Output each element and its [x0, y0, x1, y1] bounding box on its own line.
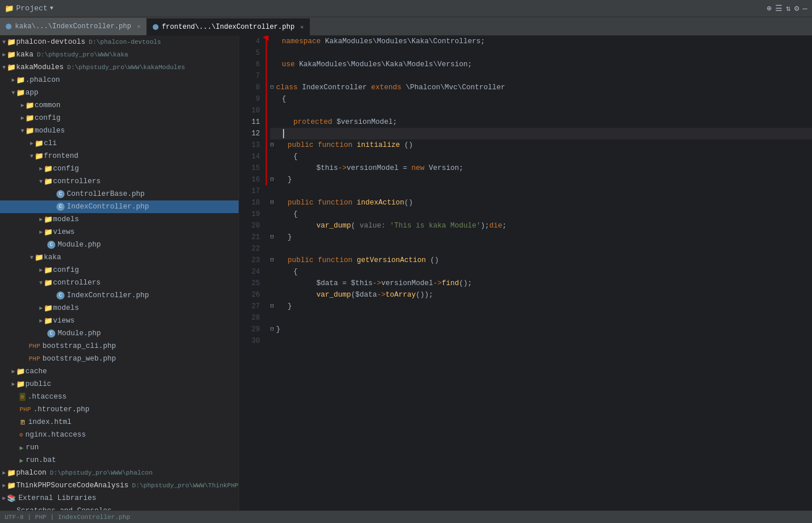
item-label: models: [53, 304, 79, 312]
code-line-26: var_dump($data->toArray());: [270, 289, 812, 301]
sidebar-item-module-frontend[interactable]: C Module.php: [0, 238, 239, 251]
sidebar-item-config-app[interactable]: ► 📁 config: [0, 112, 239, 124]
ln-14: 14: [239, 151, 260, 162]
code-line-14: {: [270, 151, 812, 162]
fold-icon-21[interactable]: ⊟: [270, 232, 274, 243]
sidebar-item-run-bat[interactable]: ▶ run.bat: [0, 454, 239, 467]
ln-20: 20: [239, 220, 260, 232]
data-var-2: $data: [356, 289, 377, 301]
open-brace-3: {: [293, 266, 298, 278]
class-name-def: IndexController: [302, 82, 371, 93]
folder-icon: 📁: [44, 316, 53, 325]
folder-icon: 📁: [7, 481, 16, 490]
code-lines-container[interactable]: namespace KakaModules\Modules\Kaka\Contr…: [266, 36, 812, 510]
fn-find: find: [442, 278, 459, 289]
chevron-icon: ►: [21, 115, 24, 122]
ln-27: 27: [239, 301, 260, 312]
parent-class: \Phalcon\Mvc\Controller: [406, 82, 505, 93]
sidebar-item-kaka-views[interactable]: ► 📁 views: [0, 314, 239, 327]
parens-1: (): [400, 139, 413, 151]
sidebar-item-phalcon-hidden[interactable]: ► 📁 .phalcon: [0, 74, 239, 86]
sidebar-item-indexcontroller-frontend[interactable]: C IndexController.php: [0, 200, 239, 213]
fold-icon-29[interactable]: ⊟: [270, 324, 274, 335]
kw-class: class: [276, 82, 302, 93]
fold-icon-16[interactable]: ⊟: [270, 174, 274, 185]
sidebar-item-htaccess[interactable]: ⚙ .htaccess: [0, 391, 239, 403]
sidebar-item-bootstrap-cli[interactable]: PHP bootstrap_cli.php: [0, 340, 239, 353]
folder-icon: 📁: [25, 126, 35, 135]
sort-icon[interactable]: ⇅: [786, 3, 791, 13]
fold-icon-27[interactable]: ⊟: [270, 301, 274, 312]
list-icon[interactable]: ☰: [775, 3, 783, 13]
sidebar-item-cli[interactable]: ► 📁 cli: [0, 137, 239, 150]
sidebar-item-public[interactable]: ► 📁 public: [0, 378, 239, 391]
sidebar-item-scratches[interactable]: ✏ Scratches and Consoles: [0, 505, 239, 510]
sidebar-item-kaka[interactable]: ► 📁 kaka D:\phpstudy_pro\WWW\kaka: [0, 48, 239, 61]
code-line-28: [270, 312, 812, 324]
item-label: models: [53, 215, 79, 223]
ln-5: 5: [239, 47, 260, 59]
fold-icon-13[interactable]: ⊟: [270, 139, 274, 151]
project-sidebar: ▼ 📁 phalcon-devtools D:\phalcon-devtools…: [0, 36, 239, 510]
sidebar-item-kaka-config[interactable]: ► 📁 config: [0, 264, 239, 276]
sidebar-item-controllers-frontend[interactable]: ▼ 📁 controllers: [0, 175, 239, 188]
project-selector[interactable]: 📁 Project ▼: [5, 4, 54, 13]
code-line-20: var_dump( value: 'This is kaka Module');…: [270, 220, 812, 232]
sidebar-item-run[interactable]: ▶ run: [0, 441, 239, 454]
tab-close-1[interactable]: ✕: [137, 23, 141, 30]
sidebar-item-indexcontroller-kaka[interactable]: C IndexController.php: [0, 289, 239, 302]
fold-icon-18[interactable]: ⊟: [270, 197, 274, 209]
file-icon-module-frontend: C: [47, 241, 55, 249]
sidebar-item-nginx-htaccess[interactable]: ⚙ nginx.htaccess: [0, 429, 239, 441]
sidebar-item-kakamodules[interactable]: ▼ 📁 kakaModules D:\phpstudy_pro\WWW\kaka…: [0, 61, 239, 74]
folder-icon: 📁: [25, 101, 35, 110]
fold-icon-23[interactable]: ⊟: [270, 255, 274, 266]
sidebar-item-kaka-models[interactable]: ► 📁 models: [0, 302, 239, 314]
tab-label-2: frontend\...\IndexController.php: [162, 23, 294, 31]
folder-icon: 📁: [44, 164, 53, 173]
project-icon: 📁: [5, 4, 14, 13]
arrow-2: ->: [373, 278, 382, 289]
ln-13: 13: [239, 139, 260, 151]
sidebar-item-external-libraries[interactable]: ► 📚 External Libraries: [0, 492, 239, 505]
paren-open-2: (: [351, 289, 356, 301]
minimize-icon[interactable]: —: [803, 4, 807, 13]
sidebar-item-phalcon-root[interactable]: ► 📁 phalcon D:\phpstudy_pro\WWW\phalcon: [0, 467, 239, 479]
item-label: phalcon: [16, 469, 47, 477]
sidebar-item-views-frontend[interactable]: ► 📁 views: [0, 226, 239, 238]
sidebar-item-frontend-config[interactable]: ► 📁 config: [0, 162, 239, 175]
sidebar-item-models-frontend[interactable]: ► 📁 models: [0, 213, 239, 226]
sidebar-item-frontend[interactable]: ▼ 📁 frontend: [0, 150, 239, 162]
add-icon[interactable]: ⊕: [766, 3, 771, 13]
sidebar-item-bootstrap-web[interactable]: PHP bootstrap_web.php: [0, 353, 239, 365]
sidebar-item-kaka-controllers[interactable]: ▼ 📁 controllers: [0, 276, 239, 289]
paren-open-vd: (: [351, 220, 356, 232]
sidebar-item-phalcon-devtools[interactable]: ▼ 📁 phalcon-devtools D:\phalcon-devtools: [0, 36, 239, 48]
tab-kaka-index[interactable]: kaka\...\IndexController.php ✕: [0, 18, 147, 35]
str-kaka: 'This is kaka Module': [390, 220, 481, 232]
version-class: Version;: [429, 162, 463, 174]
sidebar-item-kaka-module[interactable]: ▼ 📁 kaka: [0, 251, 239, 264]
sidebar-item-thinkphp[interactable]: ► 📁 ThinkPHPSourceCodeAnalysis D:\phpstu…: [0, 479, 239, 492]
ln-7: 7: [239, 70, 260, 82]
sidebar-item-controllerbase[interactable]: C ControllerBase.php: [0, 188, 239, 200]
sidebar-item-app[interactable]: ▼ 📁 app: [0, 86, 239, 99]
main-layout: ▼ 📁 phalcon-devtools D:\phalcon-devtools…: [0, 36, 812, 510]
sidebar-item-modules[interactable]: ▼ 📁 modules: [0, 124, 239, 137]
item-label: run: [26, 444, 39, 452]
tab-close-2[interactable]: ✕: [300, 24, 304, 31]
sidebar-item-module-kaka[interactable]: C Module.php: [0, 327, 239, 340]
settings-icon[interactable]: ⚙: [794, 3, 799, 13]
sidebar-item-index-html[interactable]: 🖹 index.html: [0, 416, 239, 429]
file-icon-run: ▶: [20, 444, 24, 452]
sidebar-item-common[interactable]: ► 📁 common: [0, 99, 239, 112]
sidebar-item-htrouter[interactable]: PHP .htrouter.php: [0, 403, 239, 416]
tab-frontend-index[interactable]: frontend\...\IndexController.php ✕: [147, 18, 310, 36]
code-editor[interactable]: 4 5 6 7 8 9 10 11 12 13 14 15 16 17 18 1…: [239, 36, 812, 510]
use-class: KakaModules\Modules\Kaka\Models\Version;: [299, 59, 472, 70]
code-line-22: [270, 243, 812, 255]
kw-function-1: function: [318, 139, 357, 151]
fold-icon-8[interactable]: ⊟: [270, 82, 274, 93]
sidebar-item-cache[interactable]: ► 📁 cache: [0, 365, 239, 378]
ln-22: 22: [239, 243, 260, 255]
